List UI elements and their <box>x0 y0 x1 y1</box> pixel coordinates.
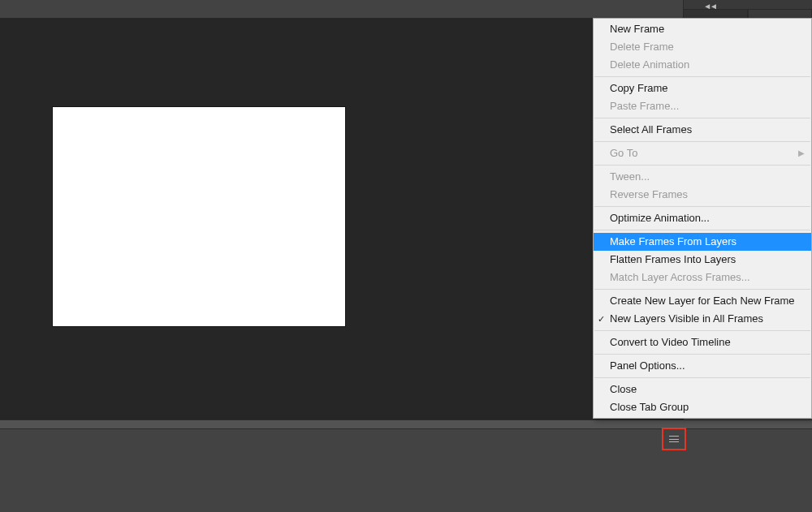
menu-delete-frame: Delete Frame <box>594 38 811 56</box>
menu-panel-options[interactable]: Panel Options... <box>594 357 811 375</box>
menu-separator <box>594 289 810 290</box>
check-icon: ✓ <box>598 310 605 328</box>
menu-close-tab-group[interactable]: Close Tab Group <box>594 398 811 416</box>
menu-go-to-label: Go To <box>610 144 637 162</box>
menu-separator <box>594 330 810 331</box>
timeline-panel <box>0 419 812 512</box>
timeline-panel-body <box>0 428 812 512</box>
timeline-flyout-menu: New Frame Delete Frame Delete Animation … <box>593 18 812 419</box>
menu-separator <box>594 230 810 230</box>
menu-make-frames-from-layers[interactable]: Make Frames From Layers <box>594 233 811 251</box>
submenu-arrow-icon: ▶ <box>798 144 805 162</box>
menu-convert-to-video-timeline[interactable]: Convert to Video Timeline <box>594 333 811 351</box>
menu-paste-frame: Paste Frame... <box>594 97 811 115</box>
menu-separator <box>594 206 810 207</box>
document-canvas[interactable] <box>53 107 345 326</box>
menu-delete-animation: Delete Animation <box>594 56 811 74</box>
timeline-flyout-menu-button[interactable] <box>662 428 686 450</box>
menu-match-layer-across-frames: Match Layer Across Frames... <box>594 269 811 286</box>
menu-separator <box>594 377 810 378</box>
hamburger-icon <box>669 436 679 442</box>
menu-close[interactable]: Close <box>594 381 811 398</box>
menu-optimize-animation[interactable]: Optimize Animation... <box>594 209 811 227</box>
menu-separator <box>594 141 810 142</box>
menu-create-new-layer-each-frame[interactable]: Create New Layer for Each New Frame <box>594 292 811 310</box>
menu-separator <box>594 354 810 355</box>
menu-new-layers-visible[interactable]: ✓ New Layers Visible in All Frames <box>594 310 811 328</box>
menu-flatten-frames-into-layers[interactable]: Flatten Frames Into Layers <box>594 251 811 269</box>
menu-new-frame[interactable]: New Frame <box>594 20 811 38</box>
menu-select-all-frames[interactable]: Select All Frames <box>594 121 811 139</box>
menu-reverse-frames: Reverse Frames <box>594 186 811 204</box>
menu-tween: Tween... <box>594 168 811 186</box>
menu-separator <box>594 76 810 77</box>
menu-new-layers-visible-label: New Layers Visible in All Frames <box>610 310 763 328</box>
menu-separator <box>594 118 810 118</box>
menu-separator <box>594 165 810 166</box>
menu-copy-frame[interactable]: Copy Frame <box>594 80 811 97</box>
menu-go-to: Go To ▶ <box>594 144 811 162</box>
